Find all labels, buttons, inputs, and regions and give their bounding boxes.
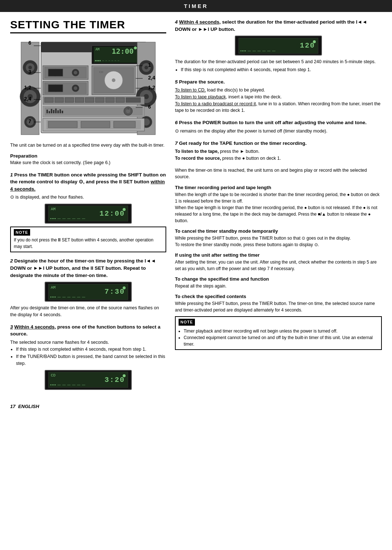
svg-rect-32	[48, 69, 63, 76]
step-6-number: 6	[175, 120, 178, 125]
subsection-timer-recording: The timer recording period and tape leng…	[175, 185, 382, 224]
preparation-title: Preparation	[10, 153, 166, 159]
step-4-header: 4 Within 4 seconds, select the duration …	[175, 19, 382, 33]
svg-rect-44	[75, 98, 84, 102]
svg-rect-42	[55, 98, 64, 102]
step-1-body: ⊙ is displayed, and the hour flashes.	[10, 194, 166, 201]
subsection-3-body: After setting the timer, you can use the…	[175, 259, 382, 272]
page-title: SETTING THE TIMER	[10, 19, 166, 33]
note-label-1: NOTE	[14, 229, 30, 236]
step-6-header: 6 Press the POWER button to turn the uni…	[175, 119, 382, 126]
svg-text:1,2: 1,2	[24, 85, 32, 90]
stereo-diagram: 12:00 AM ▪▪▪▪ — — — — — —	[19, 38, 157, 138]
svg-text:3: 3	[28, 69, 31, 75]
left-column: SETTING THE TIMER 12:00 AM ▪▪▪▪ — — — — …	[10, 19, 166, 395]
subsection-change-time: To change the specified time and functio…	[175, 276, 382, 289]
svg-rect-72	[114, 121, 135, 128]
svg-rect-64	[62, 111, 63, 113]
svg-rect-71	[81, 121, 110, 128]
display-2: AM 7:30 ▪▪▪▪ — — — — — —	[45, 282, 132, 302]
after-step7-text: When the timer-on time is reached, the u…	[175, 167, 382, 181]
step-3: 3 Within 4 seconds, press one of the fun…	[10, 323, 166, 390]
step-7-header: 7 Get ready for the TAPE function or the…	[175, 140, 382, 147]
svg-point-20	[144, 66, 148, 69]
step-3-bullet-2: If the TUNER/BAND button is pressed, the…	[16, 353, 166, 367]
step-5-body: To listen to CD, load the disc(s) to be …	[175, 87, 382, 114]
svg-rect-62	[57, 110, 59, 113]
step-1-number: 1	[10, 172, 13, 178]
svg-rect-70	[48, 121, 77, 128]
svg-text:7: 7	[28, 118, 31, 124]
right-column: 4 Within 4 seconds, select the duration …	[175, 19, 382, 395]
subsection-using-after: If using the unit after setting the time…	[175, 252, 382, 272]
svg-rect-49	[126, 98, 140, 102]
stereo-svg: 12:00 AM ▪▪▪▪ — — — — — —	[19, 38, 157, 138]
display-3-wave: ▪▪▪▪ — — — — — —	[50, 383, 86, 387]
subsection-check-contents: To check the specified contents While pr…	[175, 294, 382, 313]
display-3-small: CD	[51, 373, 56, 378]
step-2-body: After you designate the timer-on time, o…	[10, 305, 166, 318]
display-2-wave: ▪▪▪▪ — — — — — —	[50, 295, 86, 299]
display-2-small: AM	[51, 285, 56, 290]
step-6: 6 Press the POWER button to turn the uni…	[175, 119, 382, 134]
display-4: 120 ▪▪▪▪ — — — — — —	[235, 36, 322, 56]
svg-point-6	[134, 46, 137, 49]
svg-text:1: 1	[148, 62, 151, 68]
svg-rect-47	[106, 98, 114, 102]
svg-text:2,4: 2,4	[24, 96, 32, 102]
page-number: 17	[10, 404, 15, 409]
svg-rect-39	[48, 85, 63, 92]
display-4-wave: ▪▪▪▪ — — — — — —	[240, 49, 276, 53]
step-1-text: Press the TIMER button once while pressi…	[10, 172, 166, 192]
preparation-text: Make sure the clock is set correctly. (S…	[10, 159, 166, 166]
step-4-bullet-1: If this step is not completed within 4 s…	[181, 66, 382, 73]
step-3-text-u: Within 4 seconds,	[14, 324, 56, 330]
step-3-bullet-1: If this step is not completed within 4 s…	[16, 346, 166, 353]
page-header: TIMER	[0, 0, 392, 12]
subsection-5-title: To check the specified contents	[175, 294, 382, 299]
svg-text:▪▪▪▪ — — — — — —: ▪▪▪▪ — — — — — —	[95, 59, 119, 62]
svg-rect-59	[51, 109, 52, 113]
display-1-wave: ▪▪▪▪ — — — — — —	[50, 217, 86, 220]
step-7: 7 Get ready for the TAPE function or the…	[175, 140, 382, 162]
step-2-number: 2	[10, 258, 13, 264]
display-2-dot	[123, 286, 126, 289]
svg-rect-57	[46, 110, 48, 113]
display-3-dot	[123, 374, 126, 377]
subsection-cancel-standby: To cancel the timer standby mode tempora…	[175, 228, 382, 248]
svg-text:2,4: 2,4	[148, 75, 155, 81]
subsection-3-title: If using the unit after setting the time…	[175, 252, 382, 258]
svg-rect-63	[60, 109, 61, 113]
svg-rect-43	[65, 98, 74, 102]
step-3-body: The selected source name flashes for 4 s…	[10, 339, 166, 367]
step-1-header: 1 Press the TIMER button once while pres…	[10, 171, 166, 193]
svg-text:CD: CD	[99, 70, 103, 74]
svg-text:12:00: 12:00	[112, 47, 134, 56]
display-3: CD 3:20 ▪▪▪▪ — — — — — —	[45, 370, 132, 390]
svg-rect-46	[95, 98, 104, 102]
subsection-5-body: While pressing the SHIFT button, press t…	[175, 300, 382, 313]
display-3-text: 3:20	[105, 376, 125, 384]
subsection-4-title: To change the specified time and functio…	[175, 276, 382, 282]
page-content: SETTING THE TIMER 12:00 AM ▪▪▪▪ — — — — …	[0, 19, 392, 395]
step-7-body: To listen to the tape, press the ► butto…	[175, 148, 382, 162]
step-1: 1 Press the TIMER button once while pres…	[10, 171, 166, 253]
display-1: AM 12:00 ▪▪▪▪ — — — — — —	[45, 204, 132, 224]
svg-rect-61	[55, 109, 57, 113]
display-4-dot	[313, 40, 316, 43]
step-5: 5 Prepare the source. To listen to CD, l…	[175, 78, 382, 114]
svg-point-38	[74, 86, 77, 90]
subsection-1-body: When the length of the tape to be record…	[175, 191, 382, 224]
svg-rect-45	[85, 98, 94, 102]
step-2-header: 2 Designate the hour of the timer-on tim…	[10, 257, 166, 279]
display-1-dot	[123, 208, 126, 211]
display-1-small: AM	[51, 207, 56, 211]
subsection-1-title: The timer recording period and tape leng…	[175, 185, 382, 190]
svg-point-31	[74, 71, 77, 74]
step-5-number: 5	[175, 79, 178, 85]
display-4-text: 120	[300, 41, 315, 50]
right-note-bullet-1: Timer playback and timer recording will …	[184, 328, 378, 334]
svg-rect-60	[53, 110, 54, 113]
svg-rect-41	[45, 98, 53, 102]
svg-rect-48	[116, 98, 124, 102]
